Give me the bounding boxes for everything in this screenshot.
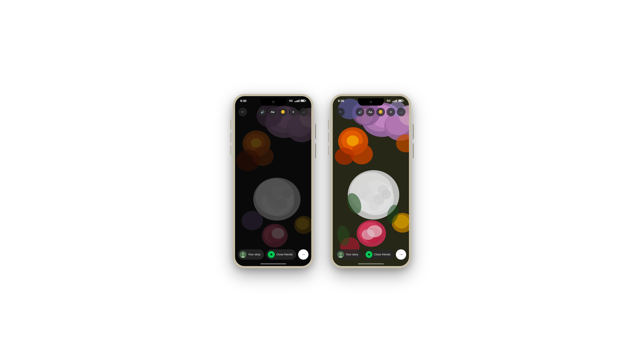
sparkle-button-dark[interactable]: ✦ (289, 108, 298, 116)
close-friends-label-bright: Close friends (374, 253, 390, 256)
more-button-dark[interactable]: ··· (299, 108, 308, 116)
sparkle-button-bright[interactable]: ✦ (386, 108, 395, 116)
signal-bar-b4 (396, 100, 396, 102)
camera-notch-bright (358, 98, 384, 106)
battery-body-bright (398, 100, 403, 102)
toolbar-right-bright: 🔊 Aa 😊 ✦ ··· (356, 108, 406, 116)
sound-button-dark[interactable]: 🔊 (258, 108, 266, 116)
green-star-icon-dark: ★ (268, 251, 275, 258)
home-indicator-dark (260, 263, 286, 264)
back-button-dark[interactable]: ← (238, 108, 247, 116)
svg-point-31 (242, 253, 244, 255)
toolbar-right-dark: 🔊 Aa 😊 ✦ ··· (258, 108, 308, 116)
svg-rect-29 (235, 96, 311, 266)
flower-background-bright (333, 96, 409, 266)
phone-frame-bright: 9:30 5G (330, 94, 411, 268)
your-story-button-dark[interactable]: Your story (238, 249, 264, 260)
send-button-dark[interactable]: → (298, 249, 308, 260)
star-symbol-dark: ★ (270, 252, 273, 256)
more-icon-bright: ··· (400, 110, 403, 114)
your-story-label-bright: Your story (346, 253, 358, 256)
status-time-bright: 9:30 (338, 99, 344, 103)
close-friends-label-dark: Close friends (276, 253, 293, 256)
back-icon-bright: ← (338, 110, 342, 114)
text-icon-dark: Aa (271, 110, 274, 113)
signal-bars-bright (392, 100, 397, 102)
camera-dot-dark (272, 101, 274, 103)
battery-tip-dark (306, 100, 306, 101)
story-avatar-dark (240, 251, 246, 258)
signal-bar-4 (298, 100, 298, 102)
sound-button-bright[interactable]: 🔊 (356, 108, 364, 116)
battery-tip-bright (403, 100, 404, 101)
battery-fill-dark (301, 100, 304, 101)
toolbar-bright: ← 🔊 Aa 😊 ✦ ··· (333, 106, 409, 118)
phone-bright: 9:30 5G (330, 94, 411, 268)
signal-bar-5 (299, 100, 300, 102)
sparkle-icon-bright: ✦ (390, 110, 392, 114)
arrow-icon-dark: → (301, 252, 306, 257)
status-icons-bright: 5G (387, 99, 404, 102)
camera-notch-dark (260, 98, 286, 106)
signal-bar-b2 (393, 101, 394, 102)
more-icon-dark: ··· (302, 110, 305, 114)
battery-icon-bright (398, 100, 404, 102)
your-story-label-dark: Your story (248, 253, 260, 256)
status-time-dark: 9:30 (240, 99, 246, 103)
close-friends-button-bright[interactable]: ★ Close friends (364, 249, 394, 260)
arrow-icon-bright: → (399, 252, 403, 257)
sticker-button-dark[interactable]: 😊 (279, 108, 287, 116)
signal-bar-2 (296, 101, 296, 102)
close-friends-button-dark[interactable]: ★ Close friends (266, 249, 296, 260)
flower-background-dark (235, 96, 311, 266)
phone-dark: 9:30 5G (233, 94, 314, 268)
signal-bar-3 (297, 100, 297, 102)
sticker-icon-bright: 😊 (378, 110, 383, 114)
phone-screen-dark: 9:30 5G (235, 96, 311, 266)
signal-bar-1 (294, 101, 295, 102)
battery-fill-bright (399, 100, 402, 101)
sticker-icon-dark: 😊 (281, 110, 285, 114)
bottom-bar-dark: Your story ★ Close friends → (235, 249, 311, 260)
text-icon-bright: Aa (368, 110, 372, 113)
phone-frame-dark: 9:30 5G (233, 94, 314, 268)
home-indicator-bright (358, 263, 384, 264)
camera-dot-bright (370, 101, 372, 103)
signal-bar-b1 (392, 101, 393, 102)
status-5g-bright: 5G (387, 99, 390, 102)
more-button-bright[interactable]: ··· (397, 108, 406, 116)
status-icons-dark: 5G (289, 99, 306, 102)
back-button-bright[interactable]: ← (336, 108, 345, 116)
battery-body-dark (300, 100, 305, 102)
sound-icon-bright: 🔊 (358, 110, 362, 114)
text-button-dark[interactable]: Aa (268, 108, 277, 116)
star-symbol-bright: ★ (368, 252, 370, 256)
sound-icon-dark: 🔊 (260, 110, 264, 114)
signal-bar-b5 (396, 100, 397, 102)
toolbar-dark: ← 🔊 Aa 😊 ✦ ··· (235, 106, 311, 118)
sparkle-icon-dark: ✦ (292, 110, 294, 114)
battery-icon-dark (300, 100, 306, 102)
signal-bars-dark (294, 100, 300, 102)
send-button-bright[interactable]: → (396, 249, 406, 260)
text-button-bright[interactable]: Aa (366, 108, 374, 116)
phone-screen-bright: 9:30 5G (333, 96, 409, 266)
story-avatar-bright (337, 251, 344, 258)
signal-bar-b3 (394, 100, 395, 102)
back-icon-dark: ← (241, 110, 245, 114)
bottom-bar-bright: Your story ★ Close friends → (333, 249, 409, 260)
svg-point-74 (340, 253, 342, 255)
sticker-button-bright[interactable]: 😊 (376, 108, 385, 116)
green-star-icon-bright: ★ (366, 251, 372, 258)
status-5g-dark: 5G (289, 99, 293, 102)
svg-rect-72 (333, 96, 409, 266)
your-story-button-bright[interactable]: Your story (336, 249, 362, 260)
